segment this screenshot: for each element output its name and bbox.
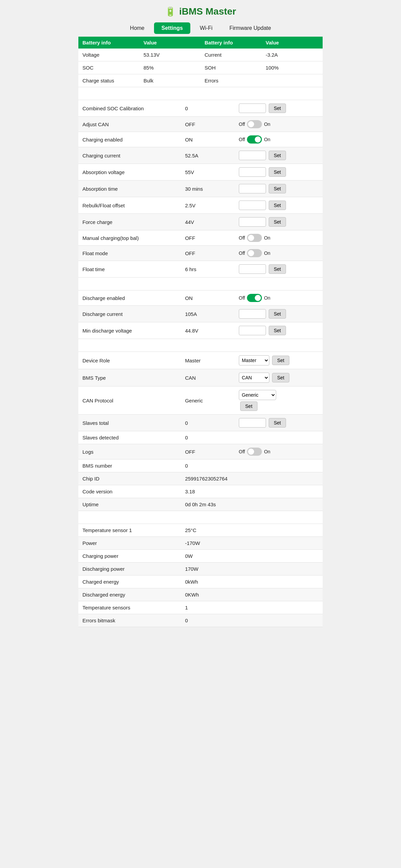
discharge-enabled-toggle[interactable] (247, 294, 262, 302)
rebulk-float-input[interactable] (239, 201, 266, 210)
absorption-voltage-set-button[interactable]: Set (269, 167, 286, 177)
min-discharge-voltage-set-button[interactable]: Set (269, 326, 286, 335)
slaves-total-label: Slaves total (78, 415, 181, 431)
float-mode-toggle[interactable] (247, 249, 262, 257)
temp-sensor-1-label: Temperature sensor 1 (78, 524, 181, 537)
table-row: Force charge 44V Set (78, 214, 323, 230)
float-mode-slider (247, 249, 262, 257)
logs-toggle-wrap: Off On (239, 448, 319, 456)
table-row: Min discharge voltage 44.8V Set (78, 322, 323, 339)
table-row: Absorption voltage 55V Set (78, 164, 323, 181)
slaves-total-action: Set (235, 415, 323, 431)
table-row: CAN Protocol Generic Generic Victron Set (78, 386, 323, 415)
table-row: Rebulk/Float offset 2.5V Set (78, 197, 323, 214)
uptime-value: 0d 0h 2m 43s (181, 498, 234, 511)
float-time-set-button[interactable]: Set (269, 264, 286, 274)
min-discharge-voltage-input[interactable] (239, 326, 266, 335)
errors-value (262, 74, 323, 87)
battery-info-header3: Battery info (200, 37, 262, 49)
float-mode-off-label: Off (239, 250, 245, 256)
code-version-action (235, 485, 323, 498)
code-version-label: Code version (78, 485, 181, 498)
app-header: 🔋 iBMS Master (78, 0, 323, 19)
bms-number-label: BMS number (78, 459, 181, 472)
absorption-time-input[interactable] (239, 184, 266, 193)
min-discharge-voltage-label: Min discharge voltage (78, 322, 181, 339)
chip-id-label: Chip ID (78, 472, 181, 485)
min-discharge-voltage-value: 44.8V (181, 322, 234, 339)
absorption-voltage-label: Absorption voltage (78, 164, 181, 181)
table-row: Chip ID 259917623052764 (78, 472, 323, 485)
bms-info-table: BMS information Value Action Temperature… (78, 511, 323, 627)
combined-soc-input[interactable] (239, 103, 266, 113)
soc-value: 85% (139, 61, 200, 74)
device-role-set-button[interactable]: Set (272, 356, 289, 365)
float-time-input[interactable] (239, 264, 266, 274)
voltage-label: Voltage (78, 49, 139, 61)
combined-soc-set-button[interactable]: Set (269, 103, 286, 113)
force-charge-set-button[interactable]: Set (269, 217, 286, 227)
charging-current-input[interactable] (239, 151, 266, 160)
table-row: Code version 3.18 (78, 485, 323, 498)
force-charge-input[interactable] (239, 217, 266, 227)
current-value: -3.2A (262, 49, 323, 61)
manual-charging-slider (247, 234, 262, 242)
voltage-value: 53.13V (139, 49, 200, 61)
soh-label: SOH (200, 61, 262, 74)
discharge-current-input[interactable] (239, 309, 266, 319)
table-row: Errors bitmask 0 (78, 614, 323, 627)
table-row: Discharge current 105A Set (78, 306, 323, 322)
general-settings-action-col: Action (235, 339, 323, 352)
slaves-total-input[interactable] (239, 418, 266, 428)
charge-settings-value-col: Value (181, 87, 234, 100)
table-row: Float time 6 hrs Set (78, 261, 323, 278)
table-row: Uptime 0d 0h 2m 43s (78, 498, 323, 511)
can-protocol-set-button[interactable]: Set (240, 401, 257, 411)
slaves-total-value: 0 (181, 415, 234, 431)
float-time-label: Float time (78, 261, 181, 278)
logs-toggle[interactable] (247, 448, 262, 456)
manual-charging-toggle[interactable] (247, 234, 262, 242)
device-role-select[interactable]: Master Slave (239, 355, 269, 365)
discharge-settings-header: Dischage settings (78, 278, 181, 290)
can-protocol-select[interactable]: Generic Victron (239, 390, 276, 400)
charge-settings-header: Charge settings (78, 87, 181, 100)
absorption-voltage-input[interactable] (239, 167, 266, 177)
charging-current-label: Charging current (78, 147, 181, 164)
bms-type-label: BMS Type (78, 369, 181, 386)
min-discharge-voltage-action: Set (235, 322, 323, 339)
adjust-can-value: OFF (181, 117, 234, 132)
nav-settings[interactable]: Settings (154, 22, 190, 34)
discharging-power-action (235, 563, 323, 575)
general-settings-header: General settings (78, 339, 181, 352)
absorption-time-value: 30 mins (181, 181, 234, 197)
force-charge-label: Force charge (78, 214, 181, 230)
soc-label: SOC (78, 61, 139, 74)
float-time-action: Set (235, 261, 323, 278)
float-mode-on-label: On (264, 250, 270, 256)
rebulk-float-set-button[interactable]: Set (269, 201, 286, 210)
discharge-current-set-button[interactable]: Set (269, 309, 286, 319)
nav-home[interactable]: Home (122, 22, 152, 34)
bms-info-action-col: Action (235, 511, 323, 524)
adjust-can-toggle[interactable] (247, 120, 262, 128)
bms-number-action (235, 459, 323, 472)
uptime-action (235, 498, 323, 511)
charge-settings-table: Charge settings Value Action Combined SO… (78, 87, 323, 278)
charge-status-label: Charge status (78, 74, 139, 87)
discharge-current-action: Set (235, 306, 323, 322)
bms-type-set-button[interactable]: Set (272, 373, 289, 382)
absorption-time-set-button[interactable]: Set (269, 184, 286, 193)
slaves-total-set-button[interactable]: Set (269, 418, 286, 428)
table-row: SOC 85% SOH 100% (78, 61, 323, 74)
force-charge-value: 44V (181, 214, 234, 230)
charging-enabled-off-label: Off (239, 137, 245, 142)
nav-firmware[interactable]: Firmware Update (222, 22, 279, 34)
charging-enabled-toggle[interactable] (247, 135, 262, 144)
nav-wifi[interactable]: Wi-Fi (192, 22, 220, 34)
force-charge-action: Set (235, 214, 323, 230)
bms-type-select[interactable]: CAN RS485 (239, 373, 269, 383)
table-row: Charging enabled ON Off On (78, 132, 323, 147)
charging-current-set-button[interactable]: Set (269, 151, 286, 160)
discharge-enabled-label: Discharge enabled (78, 290, 181, 306)
